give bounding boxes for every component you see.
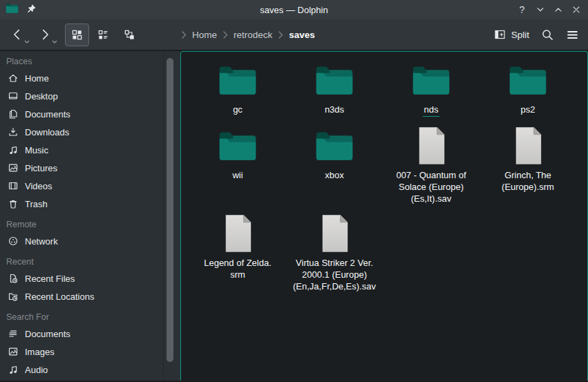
breadcrumb-segment-saves[interactable]: saves <box>289 30 315 40</box>
window-controls: ? <box>515 3 582 17</box>
item-label-line: srm <box>230 269 245 280</box>
item-label-line: n3ds <box>325 104 344 115</box>
network-icon <box>7 236 19 247</box>
pin-icon[interactable] <box>26 3 37 17</box>
folder-item[interactable]: n3ds <box>286 59 383 117</box>
sidebar-item-network[interactable]: Network <box>0 232 163 250</box>
item-label-line: (Es,It).sav <box>411 193 452 204</box>
file-item[interactable]: Virtua Striker 2 Ver.2000.1 (Europe)(En,… <box>286 213 383 292</box>
search-icon[interactable] <box>541 28 554 41</box>
sidebar-item-label: Images <box>25 347 55 357</box>
sidebar-item-home[interactable]: Home <box>0 69 163 87</box>
icons-view-button[interactable] <box>65 23 89 46</box>
folder-item[interactable]: gc <box>189 59 286 117</box>
video-icon <box>7 180 19 191</box>
item-label: ps2 <box>521 104 535 115</box>
icons-view-icon <box>71 29 83 41</box>
item-label-line: Grinch, The <box>504 169 551 181</box>
item-label: Legend of Zelda.srm <box>204 257 272 280</box>
back-button[interactable] <box>8 26 26 44</box>
details-view-button[interactable] <box>91 23 115 46</box>
folder-icon <box>218 59 258 101</box>
sidebar-section-title: Places <box>0 54 163 69</box>
tree-view-button[interactable] <box>117 23 142 46</box>
sidebar-item-desktop[interactable]: Desktop <box>0 87 163 105</box>
details-view-icon <box>97 29 109 41</box>
folder-icon <box>314 59 354 101</box>
close-icon <box>571 5 581 15</box>
help-button[interactable]: ? <box>515 3 529 17</box>
sidebar-item-pictures[interactable]: Pictures <box>0 159 163 177</box>
item-label-line: Solace (Europe) <box>399 181 464 193</box>
sidebar-item-downloads[interactable]: Downloads <box>0 123 163 141</box>
file-item[interactable]: 007 - Quantum ofSolace (Europe)(Es,It).s… <box>383 125 480 204</box>
minimize-button[interactable] <box>533 3 547 17</box>
file-icon <box>319 213 350 254</box>
sidebar-item-images[interactable]: Images <box>0 343 163 361</box>
caret-down-icon <box>52 40 57 44</box>
sidebar-section-title: Remote <box>0 217 163 232</box>
breadcrumb-segment-home[interactable]: Home <box>192 30 217 40</box>
folder-icon <box>6 3 19 17</box>
music-icon <box>7 364 19 375</box>
sidebar-item-documents[interactable]: Documents <box>0 105 163 123</box>
music-icon <box>7 144 19 155</box>
sidebar-item-recent-files[interactable]: Recent Files <box>0 269 163 287</box>
sidebar-section-places: PlacesHomeDesktopDocumentsDownloadsMusic… <box>0 54 163 213</box>
sidebar-item-trash[interactable]: Trash <box>0 195 163 213</box>
item-label-line: ps2 <box>521 104 535 115</box>
sidebar-section-search-for: Search ForDocumentsImagesAudio <box>0 309 163 379</box>
recent-folder-icon <box>7 291 19 302</box>
split-button[interactable]: Split <box>494 29 529 40</box>
file-item[interactable]: Legend of Zelda.srm <box>189 213 286 292</box>
sidebar-item-videos[interactable]: Videos <box>0 177 163 195</box>
home-icon <box>7 73 19 84</box>
sidebar-scrollbar <box>164 51 180 381</box>
sidebar-item-music[interactable]: Music <box>0 141 163 159</box>
folder-view[interactable]: gcn3dsndsps2wiixbox007 - Quantum ofSolac… <box>180 51 588 381</box>
file-item[interactable]: Grinch, The(Europe).srm <box>480 125 576 204</box>
chevron-down-icon <box>535 5 545 15</box>
sidebar-item-label: Recent Files <box>25 274 75 284</box>
item-label: nds <box>423 104 440 117</box>
crumb-chevron-icon <box>222 30 228 39</box>
folder-item[interactable]: wii <box>189 125 286 204</box>
chevron-right-icon <box>38 28 52 41</box>
lines-icon <box>7 328 19 339</box>
breadcrumb-segment-retrodeck[interactable]: retrodeck <box>234 30 272 40</box>
chevron-up-icon <box>553 5 563 15</box>
close-button[interactable] <box>569 3 582 17</box>
folder-item[interactable]: xbox <box>286 125 383 204</box>
forward-button[interactable] <box>36 26 54 44</box>
tree-view-icon <box>124 29 135 41</box>
sidebar-item-documents[interactable]: Documents <box>0 325 163 343</box>
maximize-button[interactable] <box>551 3 565 17</box>
sidebar-item-label: Documents <box>25 329 70 339</box>
item-label: gc <box>233 104 243 115</box>
caret-down-icon <box>24 40 30 44</box>
chevron-left-icon <box>10 28 24 41</box>
crumb-chevron-icon <box>181 30 187 39</box>
item-label: xbox <box>325 169 343 181</box>
item-label-line: (Europe).srm <box>502 181 554 193</box>
sidebar-item-audio[interactable]: Audio <box>0 361 163 379</box>
folder-item[interactable]: nds <box>383 59 480 117</box>
item-label: Virtua Striker 2 Ver.2000.1 (Europe)(En,… <box>293 257 376 292</box>
sidebar-scrollbar-thumb[interactable] <box>167 58 173 362</box>
window-body: PlacesHomeDesktopDocumentsDownloadsMusic… <box>0 51 588 381</box>
hamburger-icon[interactable] <box>566 29 579 41</box>
sidebar-section-recent: RecentRecent FilesRecent Locations <box>0 254 163 305</box>
item-label-line: 007 - Quantum of <box>396 169 466 181</box>
sidebar-item-label: Network <box>25 236 58 247</box>
toolbar: Homeretrodecksaves Split <box>0 19 588 51</box>
sidebar-item-label: Audio <box>25 365 48 375</box>
recent-file-icon <box>7 273 19 284</box>
sidebar-item-recent-locations[interactable]: Recent Locations <box>0 287 163 305</box>
titlebar-icons <box>6 3 37 17</box>
item-label: 007 - Quantum ofSolace (Europe)(Es,It).s… <box>396 169 466 204</box>
folder-item[interactable]: ps2 <box>480 59 576 117</box>
file-grid: gcn3dsndsps2wiixbox007 - Quantum ofSolac… <box>181 52 587 292</box>
nav-buttons <box>8 26 54 44</box>
sidebar-item-label: Trash <box>25 199 48 209</box>
dolphin-window: saves — Dolphin ? Homeretrodecksaves Spl… <box>0 0 588 382</box>
